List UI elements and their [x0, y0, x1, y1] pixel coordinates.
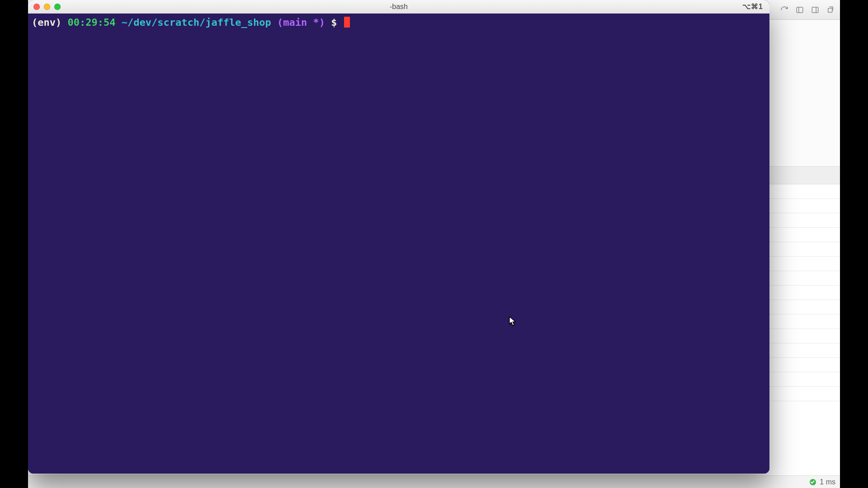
- close-icon[interactable]: [33, 4, 40, 10]
- status-time-label: 1 ms: [820, 478, 835, 486]
- panel-right-icon[interactable]: [810, 5, 820, 15]
- prompt-env: (env): [32, 17, 61, 28]
- desktop-stage: Execute Statement 1 ms -bash ⌥⌘1: [28, 0, 840, 488]
- minimize-icon[interactable]: [44, 4, 50, 10]
- terminal-titlebar[interactable]: -bash ⌥⌘1: [28, 0, 769, 14]
- prompt-symbol: $: [331, 17, 337, 28]
- refresh-icon[interactable]: [779, 5, 789, 15]
- svg-rect-0: [797, 7, 803, 13]
- terminal-title: -bash: [390, 3, 408, 11]
- panel-left-icon[interactable]: [795, 5, 805, 15]
- terminal-window: -bash ⌥⌘1 (env) 00:29:54 ~/dev/scratch/j…: [28, 0, 769, 474]
- prompt-path: ~/dev/scratch/jaffle_shop: [122, 17, 271, 28]
- window-controls: [33, 4, 61, 10]
- prompt-time: 00:29:54: [67, 17, 115, 28]
- zoom-icon[interactable]: [54, 4, 61, 10]
- svg-rect-4: [828, 8, 832, 12]
- popout-icon[interactable]: [826, 5, 835, 15]
- terminal-shortcut-label: ⌥⌘1: [742, 2, 763, 11]
- background-app-statusbar: 1 ms: [28, 475, 840, 488]
- svg-rect-2: [812, 7, 818, 13]
- status-success-icon: [810, 479, 816, 485]
- terminal-cursor: [344, 17, 350, 28]
- prompt-git: (main *): [277, 17, 325, 28]
- terminal-body[interactable]: (env) 00:29:54 ~/dev/scratch/jaffle_shop…: [28, 14, 769, 474]
